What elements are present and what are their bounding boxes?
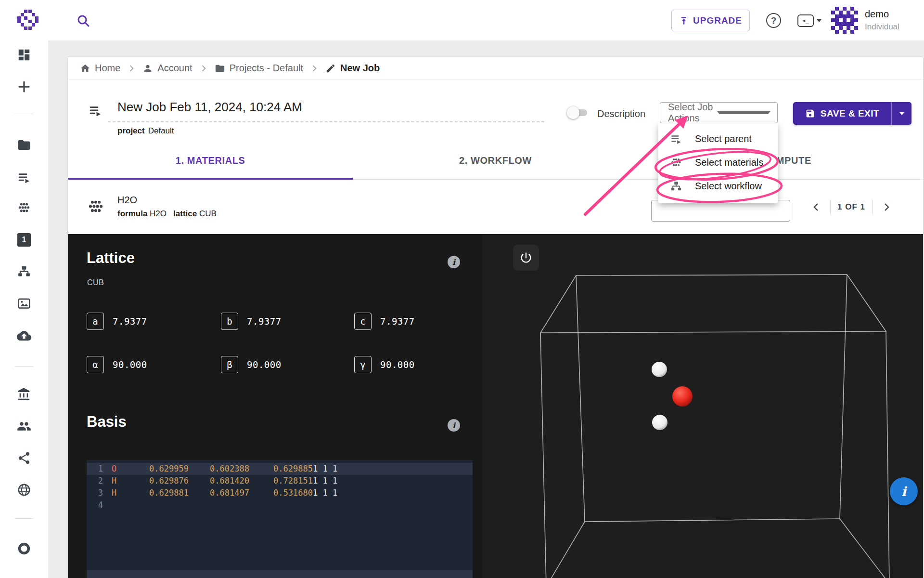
structure-3d-view[interactable]: [482, 234, 923, 578]
chevron-right-icon: [127, 64, 136, 73]
jobs-list-icon[interactable]: [17, 171, 31, 185]
pager-prev-button[interactable]: [809, 200, 823, 214]
save-icon: [805, 108, 815, 118]
basis-code-editor[interactable]: 1O0.6299590.6023880.6298851 1 1 2H0.6298…: [87, 460, 473, 578]
team-icon[interactable]: [17, 419, 31, 434]
avatar[interactable]: [831, 7, 858, 34]
workflows-icon[interactable]: [17, 264, 31, 279]
terminal-button[interactable]: >_: [797, 14, 821, 27]
user-name: demo: [865, 9, 889, 20]
job-header: New Job Feb 11, 2024, 10:24 AM projectDe…: [68, 79, 923, 142]
job-title[interactable]: New Job Feb 11, 2024, 10:24 AM: [117, 100, 302, 115]
material-name: H2O: [117, 195, 137, 206]
unit-cell-wireframe: [540, 275, 889, 578]
menu-item-select-materials[interactable]: Select materials: [658, 151, 778, 174]
job-title-underline: [108, 121, 544, 122]
main-card: Home Account Projects - Default New Job: [68, 57, 923, 578]
material-editor-panel: Lattice i CUB a 7.9377 b 7.9377 c 7.9377…: [68, 234, 482, 578]
lattice-param-a: a 7.9377: [87, 313, 147, 330]
tab-workflow[interactable]: 2. WORKFLOW: [353, 142, 638, 179]
description-toggle[interactable]: [567, 108, 589, 118]
editor-panels: Lattice i CUB a 7.9377 b 7.9377 c 7.9377…: [68, 234, 923, 578]
viewer-power-button[interactable]: [513, 245, 539, 271]
sidebar-divider: [15, 366, 33, 367]
atom-hydrogen: [652, 362, 667, 377]
settings-ring-icon[interactable]: [17, 541, 31, 556]
dashboard-icon[interactable]: [17, 48, 31, 62]
job-project: projectDefault: [117, 126, 174, 136]
create-new-icon[interactable]: [17, 79, 31, 94]
select-parent-icon: [670, 133, 682, 145]
basis-line: 2H0.6298760.6814200.7281511 1 1: [87, 475, 473, 487]
power-icon: [519, 251, 533, 264]
materials-icon[interactable]: [17, 201, 31, 215]
editor-scrollbar[interactable]: [87, 570, 473, 578]
basis-info-icon[interactable]: i: [448, 419, 460, 432]
breadcrumb-projects[interactable]: Projects - Default: [215, 63, 303, 74]
menu-item-select-parent[interactable]: Select parent: [658, 127, 778, 151]
topbar: UPGRADE ? >_ demo In: [0, 0, 924, 40]
projects-folder-icon[interactable]: [17, 138, 31, 152]
chevron-down-icon: [817, 19, 821, 22]
atom-oxygen: [672, 386, 693, 407]
search-icon[interactable]: [76, 13, 90, 28]
upgrade-label: UPGRADE: [693, 15, 742, 26]
save-exit-dropdown[interactable]: [891, 102, 911, 125]
lattice-type: CUB: [87, 278, 104, 287]
lattice-param-c: c 7.9377: [354, 313, 415, 330]
structure-viewer-panel[interactable]: i: [482, 234, 923, 578]
chevron-right-icon: [881, 201, 892, 213]
filter-1-icon[interactable]: 1: [17, 233, 31, 247]
lattice-param-b: b 7.9377: [221, 313, 282, 330]
lattice-param-beta: β 90.000: [221, 356, 282, 373]
basis-line: 4: [87, 499, 473, 511]
terminal-icon: >_: [797, 14, 814, 27]
job-list-icon: [88, 104, 103, 118]
page: UPGRADE ? >_ demo In: [0, 0, 924, 578]
basis-title: Basis: [87, 413, 127, 431]
organization-icon[interactable]: [17, 387, 31, 402]
lattice-info-icon[interactable]: i: [448, 256, 460, 268]
app-logo-icon[interactable]: [17, 10, 38, 31]
tab-materials[interactable]: 1. MATERIALS: [68, 142, 353, 179]
basis-line: 1O0.6299590.6023880.6298851 1 1: [87, 463, 473, 475]
lattice-param-alpha: α 90.000: [87, 356, 147, 373]
globe-icon[interactable]: [17, 483, 31, 497]
share-icon[interactable]: [17, 451, 31, 465]
chevron-left-icon: [810, 201, 822, 213]
chevron-right-icon: [309, 64, 319, 73]
pager-next-button[interactable]: [879, 200, 894, 214]
material-summary: formula H2Olattice CUB: [117, 209, 217, 219]
breadcrumb-account[interactable]: Account: [142, 63, 192, 74]
atom-hydrogen: [652, 415, 667, 430]
pager-count: 1 OF 1: [837, 202, 865, 212]
sidebar: 1: [0, 40, 48, 578]
upload-icon: [679, 16, 689, 26]
job-actions-dropdown[interactable]: Select Job Actions: [660, 102, 778, 123]
chevron-down-icon: [717, 111, 771, 114]
material-dots-icon: [87, 198, 105, 216]
chevron-down-icon: [899, 112, 904, 115]
cloud-upload-icon[interactable]: [17, 328, 31, 343]
breadcrumb: Home Account Projects - Default New Job: [68, 57, 923, 79]
description-label: Description: [597, 108, 645, 119]
folder-icon: [215, 63, 225, 74]
person-icon: [142, 63, 153, 74]
job-actions-menu: Select parent Select materials Select wo…: [658, 123, 778, 203]
breadcrumb-new-job: New Job: [325, 63, 380, 74]
tabs: 1. MATERIALS 2. WORKFLOW 3. COMPUTE: [68, 142, 923, 180]
images-icon[interactable]: [17, 296, 31, 311]
select-materials-icon: [670, 157, 682, 169]
menu-item-select-workflow[interactable]: Select workflow: [658, 174, 778, 198]
sidebar-divider: [15, 518, 33, 519]
select-workflow-icon: [670, 180, 682, 193]
breadcrumb-home[interactable]: Home: [80, 63, 120, 74]
material-row: H2O formula H2Olattice CUB 1 OF 1: [68, 180, 923, 234]
user-plan: Individual: [865, 22, 899, 32]
help-icon[interactable]: ?: [766, 13, 781, 28]
save-exit-button[interactable]: SAVE & EXIT: [793, 102, 911, 125]
upgrade-button[interactable]: UPGRADE: [671, 10, 750, 31]
chevron-right-icon: [199, 64, 208, 73]
viewer-info-button[interactable]: i: [890, 477, 918, 505]
sidebar-divider: [15, 114, 33, 114]
